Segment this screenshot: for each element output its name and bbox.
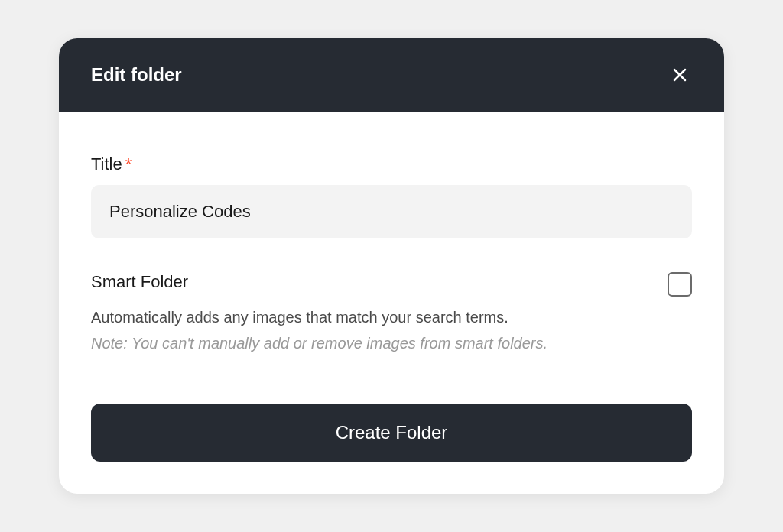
smart-folder-note: Note: You can't manually add or remove i… [91,332,692,355]
close-button[interactable] [668,63,692,87]
modal-header: Edit folder [59,38,724,112]
title-input[interactable] [91,185,692,238]
smart-folder-header-row: Smart Folder [91,272,692,297]
smart-folder-checkbox[interactable] [668,272,692,297]
smart-folder-description: Automatically adds any images that match… [91,306,692,329]
close-icon [671,66,689,84]
title-label: Title [91,154,122,174]
smart-folder-label: Smart Folder [91,272,188,292]
title-label-row: Title* [91,154,692,174]
title-field-group: Title* [91,154,692,238]
modal-body: Title* Smart Folder Automatically adds a… [59,112,724,494]
smart-folder-section: Smart Folder Automatically adds any imag… [91,272,692,355]
edit-folder-modal: Edit folder Title* Smart Folder Automati… [59,38,724,494]
required-indicator: * [125,154,132,174]
modal-title: Edit folder [91,64,182,86]
create-folder-button[interactable]: Create Folder [91,404,692,462]
